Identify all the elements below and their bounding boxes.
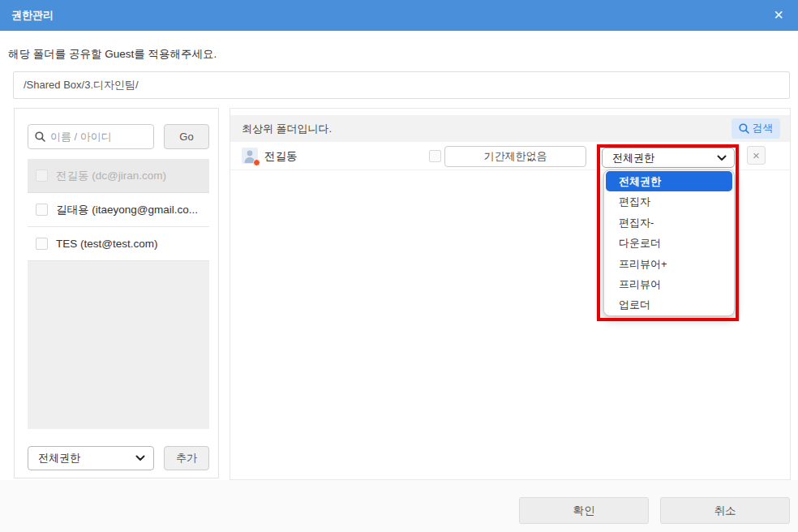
remove-guest-button[interactable]: ×	[747, 146, 766, 165]
guest-name: 전길동	[264, 142, 298, 170]
checkbox[interactable]	[36, 238, 48, 250]
guest-label: 전길동 (dc@jiran.com)	[56, 169, 166, 183]
checkbox[interactable]	[36, 204, 48, 216]
search-button-label: 검색	[753, 122, 773, 135]
permission-select[interactable]: 전체권한	[28, 446, 154, 470]
instruction-text: 해당 폴더를 공유할 Guest를 적용해주세요.	[8, 47, 217, 62]
checkbox[interactable]	[429, 150, 441, 162]
row-permission-select[interactable]: 전체권한	[602, 148, 735, 168]
permission-select-value: 전체권한	[38, 451, 135, 466]
go-button[interactable]: Go	[164, 124, 209, 149]
dropdown-option[interactable]: 프리뷰어	[606, 274, 732, 294]
list-item: 전길동 (dc@jiran.com)	[28, 159, 209, 193]
chevron-down-icon	[717, 155, 727, 161]
close-icon[interactable]: ×	[768, 0, 789, 31]
permission-dropdown-menu: 전체권한 편집자 편집자- 다운로더 프리뷰어+ 프리뷰어 업로더	[603, 169, 735, 316]
cancel-button[interactable]: 취소	[660, 497, 790, 524]
dialog-footer: 확인 취소	[0, 480, 798, 532]
period-limit-button[interactable]: 기간제한없음	[444, 146, 586, 167]
guest-search-input[interactable]	[50, 131, 146, 143]
list-item[interactable]: 길태용 (itaeyong@gmail.co...	[28, 193, 209, 227]
guest-search-panel: Go 전길동 (dc@jiran.com) 길태용 (itaeyong@gmai…	[14, 108, 219, 478]
list-item[interactable]: TES (test@test.com)	[28, 227, 209, 261]
guest-label: TES (test@test.com)	[56, 238, 157, 250]
guest-search-input-wrap	[28, 124, 154, 149]
ok-button[interactable]: 확인	[519, 497, 649, 524]
guest-list: 전길동 (dc@jiran.com) 길태용 (itaeyong@gmail.c…	[28, 159, 209, 429]
dropdown-option[interactable]: 편집자-	[606, 212, 732, 233]
folder-path-field: /Shared Box/3.디자인팀/	[13, 71, 790, 99]
row-permission-value: 전체권한	[612, 151, 717, 165]
guest-label: 길태용 (itaeyong@gmail.co...	[56, 203, 198, 217]
chevron-down-icon	[135, 455, 145, 461]
dropdown-option[interactable]: 다운로더	[606, 233, 732, 253]
dropdown-option[interactable]: 전체권한	[606, 171, 732, 191]
search-icon	[35, 131, 45, 142]
dropdown-option[interactable]: 편집자	[606, 191, 732, 212]
panel-header: 최상위 폴더입니다. 검색	[230, 115, 790, 142]
dialog-titlebar: 권한관리 ×	[0, 0, 798, 31]
dropdown-option[interactable]: 프리뷰어+	[606, 254, 732, 274]
panel-header-text: 최상위 폴더입니다.	[242, 122, 332, 136]
search-button[interactable]: 검색	[732, 118, 780, 139]
permission-dialog: 권한관리 × 해당 폴더를 공유할 Guest를 적용해주세요. /Shared…	[0, 0, 798, 532]
add-button[interactable]: 추가	[164, 446, 209, 470]
person-icon	[242, 148, 258, 164]
status-dot	[253, 159, 260, 166]
checkbox	[36, 169, 48, 182]
search-icon	[739, 123, 749, 134]
dialog-title: 권한관리	[11, 8, 54, 23]
dropdown-option[interactable]: 업로더	[606, 294, 732, 315]
